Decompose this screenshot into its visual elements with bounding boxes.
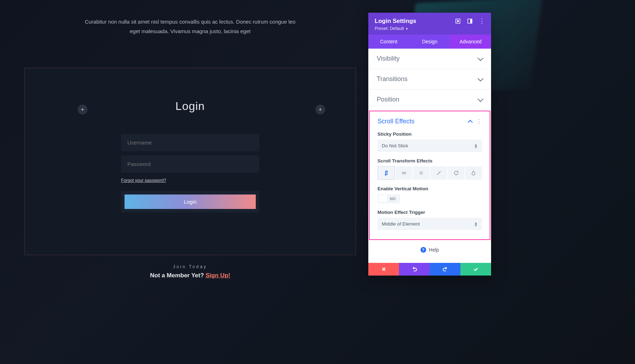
login-button-wrap: Login (121, 191, 259, 212)
effect-rotate-icon[interactable] (448, 166, 464, 180)
login-form: Forgot your password? Login (121, 134, 259, 212)
settings-panel: Login Settings ⋮ Preset: Default▼ Conten… (368, 13, 491, 276)
intro-text: Curabitur non nulla sit amet nisl tempus… (81, 17, 300, 36)
panel-tabs: Content Design Advanced (368, 35, 491, 49)
tab-design[interactable]: Design (409, 35, 450, 49)
login-module-wrap: + + Login Forgot your password? Login (24, 68, 356, 255)
login-card: + + Login Forgot your password? Login (24, 68, 356, 255)
svg-point-5 (419, 171, 423, 175)
effect-vertical-icon[interactable] (377, 166, 395, 180)
not-member-label: Not a Member Yet? (150, 272, 205, 279)
effect-scale-icon[interactable] (430, 166, 447, 180)
enable-vertical-label: Enable Vertical Motion (377, 186, 482, 191)
section-transitions[interactable]: Transitions (368, 69, 491, 90)
chevron-down-icon (478, 96, 484, 102)
panel-header: Login Settings ⋮ Preset: Default▼ (368, 13, 491, 35)
login-title: Login (81, 100, 299, 113)
redo-button[interactable] (430, 263, 460, 276)
toggle-value: NO (390, 197, 396, 201)
effect-fade-icon[interactable] (413, 166, 430, 180)
page-preview: Curabitur non nulla sit amet nisl tempus… (0, 0, 380, 364)
add-right-button[interactable]: + (315, 105, 325, 115)
panel-footer (368, 263, 491, 276)
sticky-position-select[interactable]: Do Not Stick ▲▼ (377, 140, 482, 152)
chevron-down-icon (478, 75, 484, 81)
motion-trigger-select[interactable]: Middle of Element ▲▼ (377, 218, 482, 230)
add-left-button[interactable]: + (78, 105, 87, 115)
enable-vertical-toggle[interactable]: NO (377, 194, 400, 203)
panel-title: Login Settings (375, 18, 416, 25)
section-visibility[interactable]: Visibility (368, 49, 491, 69)
svg-point-1 (457, 20, 459, 22)
help-button[interactable]: ? Help (368, 240, 491, 260)
join-today-label: Join Today (173, 264, 207, 269)
chevron-up-icon[interactable] (468, 119, 473, 124)
password-input[interactable] (121, 155, 259, 173)
select-arrows-icon: ▲▼ (474, 222, 478, 227)
section-position[interactable]: Position (368, 90, 491, 110)
help-icon: ? (421, 247, 426, 253)
expand-icon[interactable] (455, 18, 461, 24)
svg-rect-3 (470, 19, 472, 23)
chevron-down-icon (478, 55, 484, 61)
effect-blur-icon[interactable] (465, 166, 482, 180)
sticky-position-label: Sticky Position (377, 131, 482, 137)
preset-select[interactable]: Preset: Default▼ (375, 26, 485, 31)
tab-content[interactable]: Content (368, 35, 409, 49)
snap-icon[interactable] (467, 18, 473, 24)
scroll-effects-title[interactable]: Scroll Effects (377, 118, 415, 125)
motion-trigger-label: Motion Effect Trigger (377, 210, 482, 215)
tab-advanced[interactable]: Advanced (450, 35, 491, 49)
not-member-text: Not a Member Yet? Sign Up! (150, 272, 230, 279)
forgot-password-link[interactable]: Forgot your password? (121, 178, 166, 183)
section-more-icon[interactable]: ⋮ (476, 119, 482, 124)
undo-button[interactable] (399, 263, 430, 276)
section-scroll-effects: Scroll Effects ⋮ Sticky Position Do Not … (369, 111, 490, 240)
username-input[interactable] (121, 134, 259, 151)
effect-horizontal-icon[interactable] (395, 166, 412, 180)
close-button[interactable] (368, 263, 399, 276)
login-button[interactable]: Login (125, 195, 256, 209)
panel-sections: Visibility Transitions Position Scroll E… (368, 49, 491, 263)
save-button[interactable] (460, 263, 491, 276)
transform-effects-label: Scroll Transform Effects (377, 158, 482, 164)
more-icon[interactable]: ⋮ (479, 18, 485, 24)
transform-effect-buttons (377, 166, 482, 180)
toggle-knob (379, 195, 387, 202)
select-arrows-icon: ▲▼ (474, 143, 478, 148)
signup-link[interactable]: Sign Up! (206, 272, 230, 279)
